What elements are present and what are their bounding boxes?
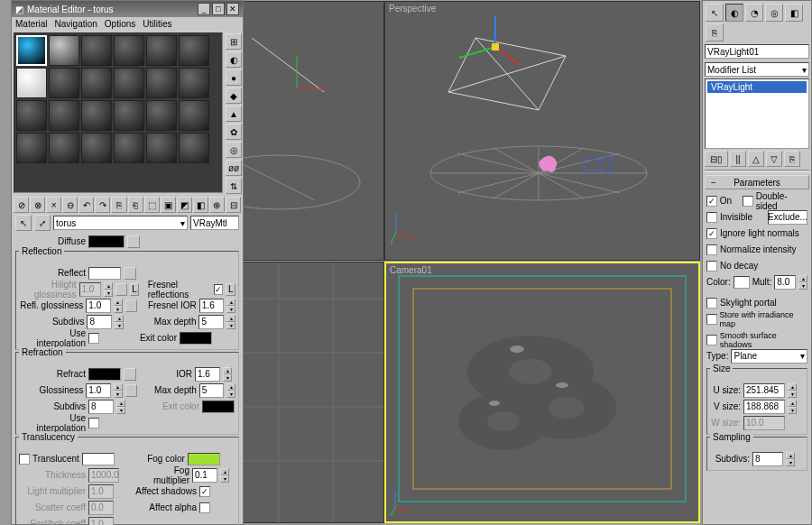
translucent-checkbox[interactable] [19, 454, 30, 465]
show-end-result-button[interactable]: ▣ [161, 197, 176, 213]
spinner-down-icon[interactable]: ▾ [114, 306, 123, 313]
ignore-normals-checkbox[interactable]: ✓ [706, 228, 717, 239]
viewport-bl[interactable] [242, 262, 384, 523]
viewport-camera[interactable]: Camera01 [384, 262, 700, 523]
material-slot[interactable] [49, 100, 79, 131]
material-slot[interactable] [146, 68, 177, 98]
store-irr-checkbox[interactable] [706, 314, 717, 325]
get-material-button[interactable]: ⊘ [14, 197, 29, 213]
material-editor-titlebar[interactable]: ◩ Material Editor - torus _ □ ✕ [12, 1, 243, 17]
spinner-up-icon[interactable]: ▴ [114, 299, 123, 306]
spinner-up-icon[interactable]: ▴ [226, 299, 235, 306]
menu-material[interactable]: Material [15, 19, 48, 29]
refr-interp-checkbox[interactable] [88, 418, 99, 428]
map-button[interactable] [125, 299, 138, 312]
material-slot[interactable] [179, 68, 209, 98]
remove-modifier-button[interactable]: ▽ [766, 151, 782, 167]
subdivs-field[interactable]: 8 [87, 315, 112, 329]
material-slot[interactable] [81, 68, 112, 98]
material-slot[interactable] [81, 133, 112, 163]
normalize-checkbox[interactable] [706, 244, 717, 255]
refr-exit-swatch[interactable] [202, 401, 235, 413]
double-sided-checkbox[interactable] [743, 196, 753, 207]
exclude-button[interactable]: Exclude... [768, 210, 807, 225]
menu-options[interactable]: Options [105, 19, 135, 29]
spinner-up-icon[interactable]: ▴ [798, 275, 807, 282]
make-unique-button[interactable]: ↷ [95, 197, 110, 213]
material-slot[interactable] [179, 35, 209, 66]
material-slot[interactable] [146, 35, 177, 66]
modifier-stack-item[interactable]: VRayLight [707, 81, 807, 93]
pick-button[interactable]: ↖ [15, 215, 32, 231]
material-slot[interactable] [81, 35, 112, 66]
spinner-down-icon[interactable]: ▾ [226, 306, 235, 313]
v-size-field[interactable]: 188.868 [743, 400, 785, 414]
material-slot[interactable] [49, 35, 79, 66]
spinner-down-icon[interactable]: ▾ [220, 475, 229, 483]
affect-alpha-checkbox[interactable] [199, 502, 210, 513]
go-to-parent-button[interactable]: ◩ [177, 197, 192, 213]
modifier-list-dropdown[interactable]: Modifier List▾ [705, 62, 809, 77]
material-slot[interactable] [49, 133, 79, 163]
spinner-up-icon[interactable]: ▴ [226, 315, 235, 322]
fresnel-ior-field[interactable]: 1.6 [199, 299, 224, 313]
tab-create[interactable]: ↖ [706, 4, 724, 22]
tab-display[interactable]: ◧ [785, 4, 803, 22]
map-button[interactable] [125, 384, 138, 397]
object-name-field[interactable]: VRayLight01 [705, 44, 809, 59]
hilight-gloss-field[interactable]: 1.0 [79, 282, 102, 297]
spinner-down-icon[interactable]: ▾ [226, 322, 235, 329]
use-interp-checkbox[interactable] [88, 333, 99, 344]
viewport-perspective[interactable]: Perspective [384, 1, 700, 261]
maximize-button[interactable]: □ [212, 3, 225, 15]
map-button[interactable] [115, 283, 126, 296]
spinner-up-icon[interactable]: ▴ [115, 315, 124, 322]
diffuse-map-button[interactable] [127, 235, 140, 248]
ior-field[interactable]: 1.6 [195, 367, 220, 382]
sample-uv-button[interactable]: ◆ [226, 88, 242, 104]
material-slot[interactable] [16, 35, 47, 66]
no-decay-checkbox[interactable] [706, 261, 717, 272]
smooth-shadows-checkbox[interactable] [706, 335, 717, 345]
spinner-up-icon[interactable]: ▴ [226, 383, 235, 391]
hilight-lock-button[interactable]: L [130, 283, 140, 296]
invisible-checkbox[interactable] [706, 212, 717, 223]
spinner-down-icon[interactable]: ▾ [114, 391, 123, 398]
mult-field[interactable]: 8.0 [774, 275, 796, 290]
material-sample-grid[interactable] [14, 32, 223, 193]
material-slot[interactable] [146, 100, 177, 131]
video-check-button[interactable]: ▲ [226, 106, 242, 122]
spinner-down-icon[interactable]: ▾ [226, 391, 235, 398]
on-checkbox[interactable]: ✓ [706, 196, 717, 207]
put-to-library-button[interactable]: ⎘ [111, 197, 126, 213]
spinner-up-icon[interactable]: ▴ [114, 383, 123, 391]
menu-navigation[interactable]: Navigation [55, 19, 97, 29]
color-swatch[interactable] [734, 276, 750, 289]
show-end-result-button[interactable]: || [730, 151, 746, 167]
skylight-checkbox[interactable] [706, 298, 717, 309]
spinner-up-icon[interactable]: ▴ [104, 282, 113, 290]
assign-to-selection-button[interactable]: × [46, 197, 61, 213]
fresnel-checkbox[interactable]: ✓ [214, 284, 224, 295]
tab-motion[interactable]: ◎ [765, 4, 783, 22]
maxdepth-field[interactable]: 5 [198, 315, 224, 329]
exit-color-swatch[interactable] [180, 332, 212, 345]
spinner-down-icon[interactable]: ▾ [104, 290, 113, 297]
spinner-down-icon[interactable]: ▾ [788, 407, 797, 414]
material-slot[interactable] [81, 100, 112, 131]
close-button[interactable]: ✕ [226, 3, 239, 15]
tool-button[interactable]: ⊕ [209, 197, 225, 213]
reflect-map-button[interactable] [124, 267, 136, 280]
material-slot[interactable] [16, 133, 47, 163]
rollout-parameters[interactable]: −Parameters [705, 175, 809, 189]
u-size-field[interactable]: 251.845 [743, 383, 785, 398]
fog-color-swatch[interactable] [188, 453, 220, 465]
spinner-up-icon[interactable]: ▴ [788, 383, 797, 391]
refr-gloss-field[interactable]: 1.0 [86, 383, 110, 398]
refr-subdivs-field[interactable]: 8 [88, 400, 114, 414]
spinner-down-icon[interactable]: ▾ [116, 407, 125, 414]
modifier-stack[interactable]: VRayLight [705, 78, 809, 149]
spinner-down-icon[interactable]: ▾ [788, 391, 797, 398]
spinner-down-icon[interactable]: ▾ [223, 374, 232, 382]
material-slot[interactable] [114, 133, 144, 163]
